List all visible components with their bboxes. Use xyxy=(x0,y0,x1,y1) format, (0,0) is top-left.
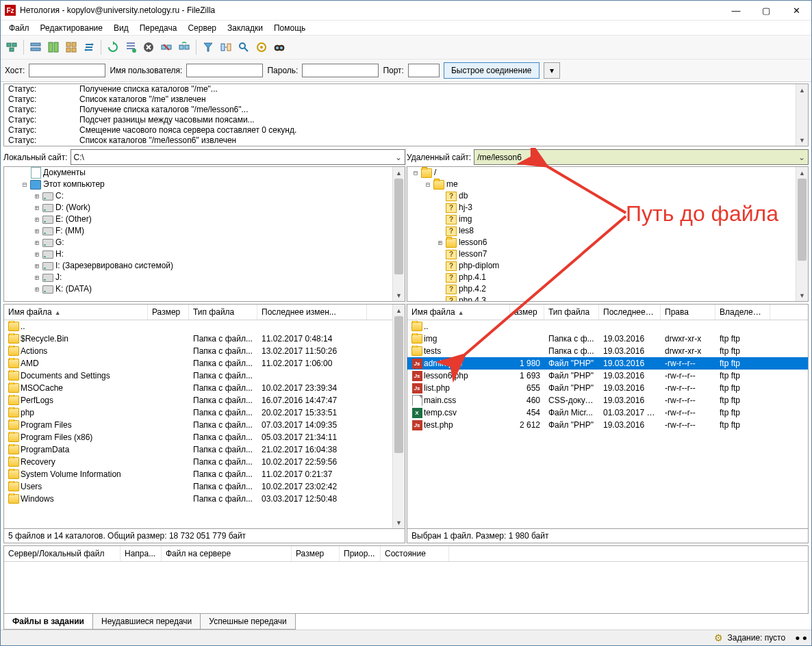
list-item[interactable]: Program FilesПапка с файл...07.03.2017 1… xyxy=(4,419,405,431)
close-button[interactable]: ✕ xyxy=(781,1,811,20)
column-header[interactable]: Напра... xyxy=(120,546,162,561)
collapse-icon[interactable]: ⊟ xyxy=(21,181,29,189)
local-tree[interactable]: Документы⊟Этот компьютер⊞C:⊞D: (Work)⊞E:… xyxy=(3,166,405,302)
queue-tab[interactable]: Успешные передачи xyxy=(200,614,296,630)
list-item[interactable]: Jslist.php655Файл "PHP"19.03.2016-rw-r--… xyxy=(407,382,808,394)
column-header[interactable]: Права xyxy=(661,305,715,320)
column-header[interactable]: Сервер/Локальный файл xyxy=(4,546,120,561)
list-item[interactable]: AMDПапка с файл...11.02.2017 1:06:00 xyxy=(4,357,405,370)
scrollbar[interactable]: ▲▼ xyxy=(392,167,405,301)
column-header[interactable]: Приор... xyxy=(340,546,381,561)
list-item[interactable]: Xtemp.csv454Файл Micr...01.03.2017 19:4.… xyxy=(407,406,808,419)
list-item[interactable]: Program Files (x86)Папка с файл...05.03.… xyxy=(4,431,405,443)
menu-сервер[interactable]: Сервер xyxy=(182,22,222,34)
scrollbar[interactable]: ▲▼ xyxy=(796,167,808,301)
list-item[interactable]: Jsadmin.php1 980Файл "PHP"19.03.2016-rw-… xyxy=(407,357,808,370)
collapse-icon[interactable]: ⊟ xyxy=(411,169,420,177)
column-header[interactable]: Владелец/... xyxy=(715,305,770,320)
list-item[interactable]: WindowsПапка с файл...03.03.2017 12:50:4… xyxy=(4,493,405,505)
host-input[interactable] xyxy=(29,64,105,77)
list-item[interactable]: .. xyxy=(407,320,808,333)
list-item[interactable]: RecoveryПапка с файл...10.02.2017 22:59:… xyxy=(4,456,405,468)
compare-button[interactable] xyxy=(218,39,234,55)
tree-item[interactable]: ⊟/ xyxy=(407,167,808,179)
minimize-button[interactable]: — xyxy=(721,1,751,20)
menu-закладки[interactable]: Закладки xyxy=(222,22,268,34)
tree-item[interactable]: ⊞J: xyxy=(4,272,405,283)
queue-tab[interactable]: Неудавшиеся передачи xyxy=(92,614,201,630)
queue-tab[interactable]: Файлы в задании xyxy=(3,614,93,630)
tree-item[interactable]: ?db xyxy=(407,190,808,202)
remote-file-list[interactable]: Имя файла▲азмерТип файлаПоследнее из...П… xyxy=(407,304,809,529)
tree-item[interactable]: ⊞E: (Other) xyxy=(4,214,405,225)
menu-помощь[interactable]: Помощь xyxy=(268,22,311,34)
port-input[interactable] xyxy=(408,64,440,77)
tree-item[interactable]: ⊟me xyxy=(407,179,808,190)
column-header[interactable]: Тип файла xyxy=(544,305,599,320)
tree-item[interactable]: ⊞G: xyxy=(4,237,405,248)
list-item[interactable]: testsПапка с ф...19.03.2016drwxr-xr-xftp… xyxy=(407,345,808,357)
user-input[interactable] xyxy=(186,64,263,77)
column-header[interactable]: Тип файла xyxy=(189,305,257,320)
cancel-button[interactable] xyxy=(140,39,157,55)
expand-icon[interactable]: ⊞ xyxy=(33,216,41,224)
tree-item[interactable]: ⊞lesson6 xyxy=(407,237,808,248)
tree-item[interactable]: ?php.4.1 xyxy=(407,272,808,283)
tree-item[interactable]: ⊞K: (DATA) xyxy=(4,283,405,295)
dropdown-icon[interactable]: ⌄ xyxy=(796,153,808,162)
expand-icon[interactable]: ⊞ xyxy=(436,239,444,247)
tree-item[interactable]: ?php.4.3 xyxy=(407,295,808,302)
remote-path-input[interactable] xyxy=(474,151,796,163)
transfer-queue[interactable]: Сервер/Локальный файлНапра...Файл на сер… xyxy=(3,545,809,614)
tree-item[interactable]: ?hj-3 xyxy=(407,202,808,214)
list-item[interactable]: UsersПапка с файл...10.02.2017 23:02:42 xyxy=(4,480,405,493)
expand-icon[interactable]: ⊞ xyxy=(33,285,41,294)
reconnect-button[interactable] xyxy=(176,39,192,55)
pass-input[interactable] xyxy=(302,64,379,77)
expand-icon[interactable]: ⊞ xyxy=(33,274,41,282)
list-item[interactable]: ActionsПапка с файл...13.02.2017 11:50:2… xyxy=(4,345,405,357)
local-path-input[interactable] xyxy=(71,151,393,163)
sync-browse-button[interactable] xyxy=(81,39,97,55)
list-item[interactable]: System Volume InformationПапка с файл...… xyxy=(4,468,405,480)
list-item[interactable]: ProgramDataПапка с файл...21.02.2017 16:… xyxy=(4,443,405,456)
list-item[interactable]: Jslesson6.php1 693Файл "PHP"19.03.2016-r… xyxy=(407,370,808,382)
quickconnect-dropdown[interactable]: ▾ xyxy=(544,62,560,79)
list-item[interactable]: .. xyxy=(4,320,405,333)
expand-icon[interactable]: ⊞ xyxy=(33,262,41,270)
column-header[interactable]: Имя файла▲ xyxy=(4,305,148,320)
expand-icon[interactable]: ⊞ xyxy=(33,250,41,259)
menu-файл[interactable]: Файл xyxy=(3,22,35,34)
list-item[interactable]: phpПапка с файл...20.02.2017 15:33:51 xyxy=(4,406,405,419)
tree-item[interactable]: ?php.4.2 xyxy=(407,283,808,295)
site-manager-button[interactable] xyxy=(3,39,20,55)
tree-item[interactable]: ⊞I: (Зарезервировано системой) xyxy=(4,260,405,272)
tree-item[interactable]: ⊞H: xyxy=(4,248,405,260)
process-queue-button[interactable] xyxy=(123,39,139,55)
scrollbar[interactable]: ▲▼ xyxy=(392,305,405,528)
menu-редактирование[interactable]: Редактирование xyxy=(35,22,108,34)
column-header[interactable]: Имя файла▲ xyxy=(407,305,510,320)
list-item[interactable]: PerfLogsПапка с файл...16.07.2016 14:47:… xyxy=(4,394,405,406)
expand-icon[interactable]: ⊞ xyxy=(33,204,41,212)
remote-tree[interactable]: ⊟/⊟me?db?hj-3?img?les8⊞lesson6?lesson7?p… xyxy=(407,166,809,302)
toolbar-button[interactable] xyxy=(45,39,62,55)
menu-передача[interactable]: Передача xyxy=(134,22,183,34)
list-item[interactable]: $Recycle.BinПапка с файл...11.02.2017 0:… xyxy=(4,333,405,345)
quickconnect-button[interactable]: Быстрое соединение xyxy=(444,62,540,79)
tree-item[interactable]: ⊞C: xyxy=(4,190,405,202)
tree-item[interactable]: ⊞F: (MM) xyxy=(4,225,405,237)
expand-icon[interactable]: ⊞ xyxy=(33,239,41,247)
column-header[interactable]: Последнее из... xyxy=(599,305,661,320)
disconnect-button[interactable] xyxy=(158,39,175,55)
message-log[interactable]: Статус:Получение списка каталогов "/me".… xyxy=(3,83,809,146)
remote-path-combo[interactable]: ⌄ xyxy=(474,149,809,165)
list-item[interactable]: Documents and SettingsПапка с файл... xyxy=(4,370,405,382)
toolbar-button[interactable] xyxy=(253,39,270,55)
tree-item[interactable]: ?les8 xyxy=(407,225,808,237)
column-header[interactable]: Последнее измен... xyxy=(257,305,367,320)
tree-item[interactable]: ⊟Этот компьютер xyxy=(4,179,405,190)
maximize-button[interactable]: ▢ xyxy=(751,1,781,20)
toolbar-button[interactable] xyxy=(63,39,79,55)
local-path-combo[interactable]: ⌄ xyxy=(71,149,406,165)
